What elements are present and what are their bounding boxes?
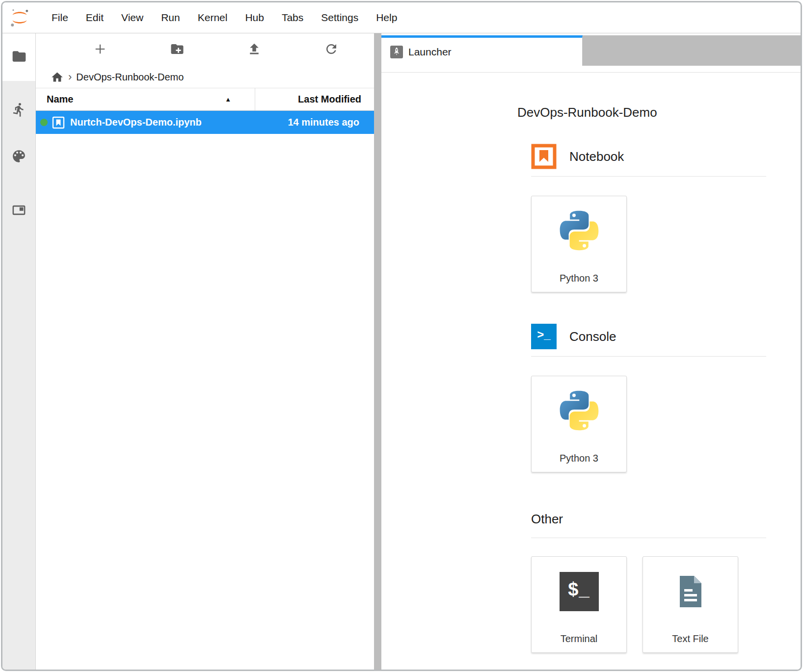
breadcrumb: › DevOps-Runbook-Demo (36, 66, 374, 88)
refresh-button[interactable] (322, 41, 340, 59)
menubar: File Edit View Run Kernel Hub Tabs Setti… (2, 2, 801, 33)
breadcrumb-separator: › (68, 72, 72, 82)
upload-icon (247, 42, 262, 58)
launcher-card-terminal[interactable]: $_ Terminal (531, 556, 627, 653)
section-separator (531, 538, 766, 538)
main-area: › DevOps-Runbook-Demo Name ▲ Last Modifi… (2, 33, 801, 670)
card-label: Text File (672, 633, 708, 645)
section-label-other: Other (531, 512, 563, 527)
section-label-console: Console (569, 329, 616, 344)
menu-view[interactable]: View (112, 12, 152, 24)
menu-help[interactable]: Help (367, 12, 406, 24)
launcher-card-text-file[interactable]: Text File (642, 556, 738, 653)
menu-hub[interactable]: Hub (236, 12, 273, 24)
file-last-modified: 14 minutes ago (288, 117, 374, 128)
panel-resize-handle[interactable] (374, 33, 381, 670)
card-label: Python 3 (560, 453, 598, 464)
refresh-icon (324, 42, 339, 58)
jupyter-logo-icon (8, 8, 31, 27)
tab-launcher[interactable]: Launcher (381, 35, 583, 66)
menu-items: File Edit View Run Kernel Hub Tabs Setti… (43, 12, 406, 24)
launcher-rocket-icon (390, 46, 403, 58)
file-browser-panel: › DevOps-Runbook-Demo Name ▲ Last Modifi… (36, 33, 374, 670)
python-icon (556, 387, 603, 434)
sort-ascending-icon: ▲ (225, 96, 231, 103)
new-launcher-button[interactable] (91, 41, 109, 59)
palette-icon (11, 148, 27, 166)
column-name-label: Name (47, 94, 73, 105)
section-header-other: Other (531, 512, 766, 527)
menu-run[interactable]: Run (152, 12, 189, 24)
sidebar-tab-open-tabs[interactable] (2, 194, 35, 228)
menu-edit[interactable]: Edit (77, 12, 112, 24)
upload-button[interactable] (245, 41, 263, 59)
launcher-card-notebook-python3[interactable]: Python 3 (531, 196, 627, 292)
launcher-title: DevOps-Runbook-Demo (517, 105, 766, 120)
kernel-running-dot (40, 119, 48, 126)
sidebar-tab-files[interactable] (2, 33, 35, 81)
folder-icon (11, 49, 27, 66)
file-browser-toolbar (36, 33, 374, 66)
dock-gap (381, 66, 801, 72)
dock-tab-bar: Launcher (381, 35, 801, 66)
menu-file[interactable]: File (43, 12, 77, 24)
section-separator (531, 176, 766, 177)
notebook-icon (531, 144, 557, 169)
menu-kernel[interactable]: Kernel (189, 12, 237, 24)
left-sidebar (2, 33, 36, 670)
terminal-icon: $_ (560, 572, 599, 611)
dock-panel: Launcher DevOps-Runbook-Demo (381, 33, 801, 670)
breadcrumb-current-folder[interactable]: DevOps-Runbook-Demo (76, 72, 184, 83)
menu-settings[interactable]: Settings (312, 12, 367, 24)
launcher-section-console: >_ Console (531, 324, 766, 472)
running-man-icon (11, 102, 27, 119)
launcher-body: DevOps-Runbook-Demo Notebook (381, 73, 801, 670)
launcher-section-notebook: Notebook (531, 144, 766, 292)
column-header-last-modified[interactable]: Last Modified (255, 88, 374, 110)
plus-icon (93, 42, 107, 58)
home-icon[interactable] (51, 71, 64, 84)
file-name: Nurtch-DevOps-Demo.ipynb (70, 117, 202, 128)
tab-bar-empty-area (583, 35, 801, 66)
jupyterlab-window: File Edit View Run Kernel Hub Tabs Setti… (1, 1, 802, 671)
launcher-section-other: Other $_ Terminal (531, 512, 766, 653)
sidebar-tab-running-sessions[interactable] (2, 93, 35, 128)
file-list-header: Name ▲ Last Modified (36, 88, 374, 111)
new-folder-button[interactable] (168, 41, 186, 59)
tab-launcher-label: Launcher (408, 46, 452, 58)
section-header-console: >_ Console (531, 324, 766, 349)
cards-row: $_ Terminal (531, 556, 766, 653)
section-separator (531, 356, 766, 357)
python-icon (556, 207, 603, 254)
section-label-notebook: Notebook (569, 149, 624, 164)
new-folder-icon (170, 42, 185, 58)
sidebar-tab-commands[interactable] (2, 140, 35, 174)
menu-tabs[interactable]: Tabs (273, 12, 312, 24)
card-label: Python 3 (560, 273, 598, 284)
card-label: Terminal (561, 633, 598, 645)
text-file-icon (671, 572, 710, 611)
launcher-card-console-python3[interactable]: Python 3 (531, 376, 627, 472)
column-modified-label: Last Modified (298, 94, 361, 105)
console-icon: >_ (531, 324, 557, 349)
notebook-file-icon (52, 116, 65, 129)
file-row[interactable]: Nurtch-DevOps-Demo.ipynb 14 minutes ago (36, 111, 374, 134)
section-header-notebook: Notebook (531, 144, 766, 169)
cards-row: Python 3 (531, 196, 766, 292)
column-header-name[interactable]: Name ▲ (36, 88, 255, 110)
tabs-icon (11, 203, 27, 220)
cards-row: Python 3 (531, 376, 766, 472)
